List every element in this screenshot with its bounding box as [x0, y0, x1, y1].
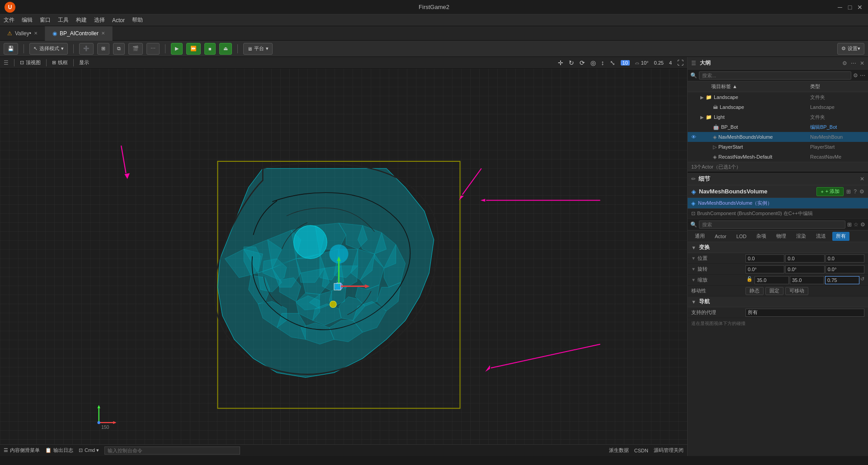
move-mode-icon[interactable]: ↕ [601, 59, 604, 66]
outline-search-input[interactable] [699, 71, 851, 80]
details-gear-icon[interactable]: ⚙ [860, 221, 865, 228]
menu-window[interactable]: 窗口 [40, 16, 51, 24]
filter-actor[interactable]: Actor [711, 232, 730, 241]
mobility-static[interactable]: 静态 [745, 287, 764, 295]
outline-close-btn[interactable]: ✕ [860, 60, 864, 66]
fullscreen-icon[interactable]: ⛶ [677, 59, 684, 66]
component-layout-icon[interactable]: ⊞ [846, 188, 851, 195]
view-type-btn[interactable]: ⊡ 顶视图 [20, 59, 41, 66]
tab-bp-close[interactable]: ✕ [101, 31, 105, 36]
play-btn[interactable]: ▶ [171, 43, 183, 55]
rotation-arrow[interactable]: ▼ [691, 267, 696, 272]
filter-all[interactable]: 所有 [832, 232, 849, 241]
tree-item-recast[interactable]: ▶ ◈ RecastNavMesh-Default RecastNavMe [688, 152, 868, 162]
snap-circle-icon[interactable]: ◎ [590, 59, 596, 66]
tree-item-landscape-folder[interactable]: ▶ 📁 Landscape 文件夹 [688, 92, 868, 102]
transform-section-header[interactable]: ▼ 变换 [688, 242, 868, 253]
select-mode-btn[interactable]: ↖ 选择模式 ▾ [29, 43, 68, 55]
filter-stream[interactable]: 流送 [812, 232, 830, 241]
more-icon[interactable]: ⋯ [860, 72, 865, 79]
platform-btn[interactable]: 🖥 平台 ▾ [243, 43, 273, 55]
tab-valley[interactable]: ⚠ Valley• ✕ [0, 26, 45, 41]
pos-z[interactable]: 0.0 [826, 254, 864, 263]
maximize-btn[interactable]: □ [846, 4, 854, 11]
tab-bp[interactable]: ◉ BP_AIController ✕ [45, 26, 113, 41]
pos-x[interactable]: 0.0 [745, 254, 784, 263]
wireframe-btn[interactable]: ⊞ 线框 [52, 59, 68, 66]
hamburger-icon[interactable]: ☰ [4, 60, 9, 66]
tree-item-bpbot[interactable]: ▶ 🤖 BP_Bot 编辑BP_Bot [688, 122, 868, 132]
reset-icon[interactable]: ↺ [860, 276, 864, 284]
scale-y[interactable]: 35.0 [790, 276, 824, 284]
camera-btn[interactable]: 🎬 [128, 43, 143, 55]
more-btn[interactable]: ⋯ [146, 43, 160, 55]
outline-settings-icon[interactable]: ⚙ [842, 60, 847, 66]
scale-z[interactable]: 0.75 [825, 276, 859, 284]
filter-lod[interactable]: LOD [733, 232, 750, 241]
details-close-btn[interactable]: ✕ [860, 176, 864, 182]
rot-y[interactable]: 0.0° [785, 265, 824, 273]
menu-tools[interactable]: 工具 [58, 16, 69, 24]
pos-y[interactable]: 0.0 [785, 254, 824, 263]
refresh-icon[interactable]: ⟳ [580, 59, 585, 66]
outline-more-icon[interactable]: ⋯ [851, 60, 856, 66]
tree-item-playerstart[interactable]: ▶ ▷ PlayerStart PlayerStart [688, 142, 868, 152]
brush-component-bar[interactable]: ⊡ BrushComponent (BrushComponent0) 在C++中… [688, 209, 868, 219]
position-arrow[interactable]: ▼ [691, 256, 696, 261]
agent-val[interactable]: 所有 [745, 309, 864, 317]
component-help-icon[interactable]: ? [854, 188, 857, 195]
col-name[interactable]: 项目标签 ▲ [711, 83, 810, 90]
filter-misc[interactable]: 杂项 [753, 232, 770, 241]
grid-btn[interactable]: ⊞ [97, 43, 109, 55]
menu-edit[interactable]: 编辑 [22, 16, 33, 24]
csdn-btn[interactable]: CSDN [634, 448, 648, 453]
filter-render[interactable]: 渲染 [793, 232, 810, 241]
close-btn[interactable]: ✕ [856, 4, 863, 11]
scale-x[interactable]: 35.0 [755, 276, 789, 284]
add-btn[interactable]: ➕ [79, 43, 94, 55]
mobility-movable[interactable]: 可移动 [785, 287, 808, 295]
save-btn[interactable]: 💾 [4, 43, 18, 55]
eye-icon[interactable]: 👁 [691, 134, 696, 140]
component-settings-icon[interactable]: ⚙ [859, 188, 864, 195]
content-slider-btn[interactable]: ☰ 内容侧滑菜单 [4, 447, 40, 454]
output-log-btn[interactable]: 📋 输出日志 [45, 447, 73, 454]
settings-icon[interactable]: ⚙ [853, 72, 858, 79]
display-btn[interactable]: 显示 [79, 59, 89, 66]
view-num[interactable]: 4 [669, 60, 672, 66]
filter-physics[interactable]: 物理 [773, 232, 790, 241]
scale-arrow[interactable]: ▼ [691, 277, 696, 282]
minimize-btn[interactable]: ─ [836, 4, 844, 11]
source-control-btn[interactable]: 源码管理关闭 [654, 447, 684, 454]
snap-btn[interactable]: ⧉ [113, 43, 125, 55]
instance-bar[interactable]: ◈ NavMeshBoundsVolume（实例） [688, 198, 868, 209]
pause-btn[interactable]: ⏩ [186, 43, 201, 55]
tab-valley-close[interactable]: ✕ [34, 31, 38, 36]
nav-section-header[interactable]: ▼ 导航 [688, 296, 868, 307]
grid-icon[interactable]: 10 [621, 60, 630, 66]
rot-x[interactable]: 0.0° [745, 265, 784, 273]
menu-build[interactable]: 构建 [76, 16, 87, 24]
console-input[interactable] [104, 446, 240, 455]
menu-actor[interactable]: Actor [112, 17, 125, 23]
menu-select[interactable]: 选择 [94, 16, 105, 24]
stop-btn[interactable]: ■ [204, 43, 216, 55]
menu-help[interactable]: 帮助 [132, 16, 143, 24]
translate-icon[interactable]: ✛ [558, 59, 563, 66]
eject-btn[interactable]: ⏏ [219, 43, 232, 55]
derive-data-btn[interactable]: 派生数据 [609, 447, 629, 454]
mobility-fixed[interactable]: 固定 [765, 287, 783, 295]
filter-general[interactable]: 通用 [691, 232, 708, 241]
rotate-icon[interactable]: ↻ [569, 59, 574, 66]
tree-item-light-folder[interactable]: ▶ 📁 Light 文件夹 [688, 112, 868, 122]
tree-item-navmesh[interactable]: 👁 ▶ ◈ NavMeshBoundsVolume NavMeshBoun [688, 132, 868, 142]
cmd-btn[interactable]: ⊡ Cmd ▾ [79, 447, 99, 453]
settings-btn[interactable]: ⚙ 设置▾ [837, 43, 864, 55]
viewport[interactable]: ☰ ⊡ 顶视图 ⊞ 线框 显示 ✛ ↻ ⟳ ◎ ↕ ⤡ 10 [0, 57, 687, 456]
angle-icon[interactable]: ⌓ 10° [635, 60, 649, 66]
scale-icon[interactable]: ⤡ [610, 59, 615, 66]
details-star-icon[interactable]: ☆ [854, 221, 859, 228]
rot-z[interactable]: 0.0° [826, 265, 864, 273]
details-search-input[interactable] [699, 221, 845, 229]
scale-val-icon[interactable]: 0.25 [654, 60, 663, 66]
